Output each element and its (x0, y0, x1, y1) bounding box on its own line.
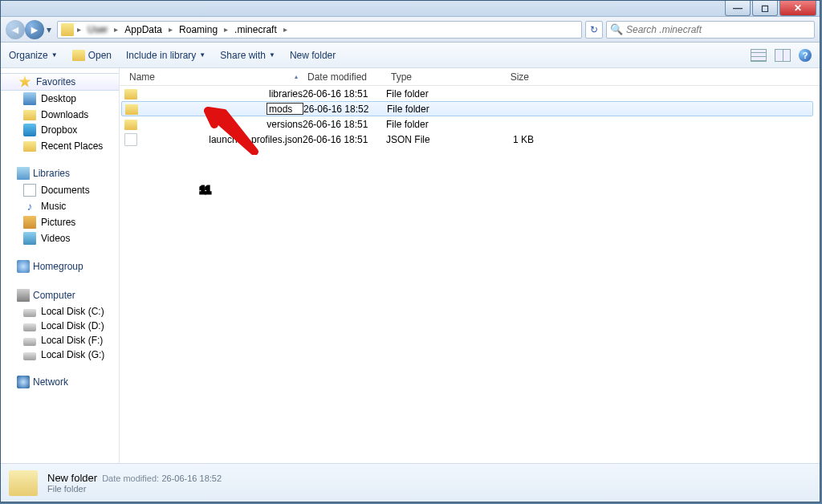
file-row[interactable]: launcher_profiles.json26-06-16 18:51JSON… (120, 132, 820, 147)
sidebar-item-videos[interactable]: Videos (1, 230, 119, 246)
preview-pane-button[interactable] (775, 49, 791, 62)
status-date-label: Date modified: (102, 474, 159, 483)
breadcrumb-roaming[interactable]: Roaming (176, 22, 221, 37)
breadcrumb-minecraft[interactable]: .minecraft (231, 22, 280, 37)
search-icon: 🔍 (610, 23, 623, 35)
sidebar-item-disk-d[interactable]: Local Disk (D:) (1, 319, 119, 333)
sidebar-item-downloads[interactable]: Downloads (1, 107, 119, 122)
status-type: File folder (47, 484, 222, 494)
chevron-right-icon: ▸ (167, 25, 174, 34)
music-icon: ♪ (23, 200, 36, 213)
file-row[interactable]: versions26-06-16 18:51File folder (120, 116, 820, 132)
videos-icon (23, 232, 36, 245)
folder-icon (125, 104, 138, 115)
folder-icon (61, 23, 74, 36)
sidebar-group-network[interactable]: Network (1, 373, 119, 391)
column-size[interactable]: Size (471, 71, 534, 83)
disk-icon (23, 338, 36, 346)
annotation-number: 11 (200, 156, 210, 203)
file-row[interactable]: mods26-06-16 18:52File folder (121, 101, 813, 116)
back-button[interactable]: ◄ (6, 20, 25, 39)
sidebar-item-recent[interactable]: Recent Places (1, 138, 119, 153)
disk-icon (23, 352, 36, 360)
forward-button[interactable]: ► (25, 20, 44, 39)
status-date: 26-06-16 18:52 (161, 474, 222, 483)
document-icon (23, 184, 36, 197)
breadcrumb-user[interactable]: User (84, 22, 111, 37)
search-input[interactable] (626, 24, 811, 35)
sidebar-item-music[interactable]: ♪Music (1, 198, 119, 214)
homegroup-icon (17, 260, 30, 273)
chevron-right-icon: ▸ (112, 25, 120, 34)
explorer-window: — ◻ ✕ ◄ ► ▾ ▸ User ▸ AppData ▸ Roaming ▸… (0, 0, 820, 502)
help-button[interactable]: ? (799, 49, 812, 62)
disk-icon (23, 309, 36, 317)
folder-icon (23, 110, 36, 120)
sidebar-item-disk-f[interactable]: Local Disk (F:) (1, 333, 119, 348)
column-name[interactable]: Name▴ (124, 71, 303, 83)
sidebar-item-documents[interactable]: Documents (1, 182, 119, 198)
file-list-pane: Name▴ Date modified Type Size libraries2… (120, 68, 820, 463)
sort-ascending-icon: ▴ (295, 73, 298, 80)
folder-icon (23, 141, 36, 152)
navigation-pane: Favorites Desktop Downloads Dropbox Rece… (1, 68, 120, 463)
minimize-button[interactable]: — (725, 1, 751, 16)
search-box[interactable]: 🔍 (606, 21, 815, 39)
share-menu[interactable]: Share with▼ (220, 50, 275, 61)
new-folder-button[interactable]: New folder (290, 50, 336, 61)
sidebar-item-disk-c[interactable]: Local Disk (C:) (1, 304, 119, 319)
star-icon (18, 75, 31, 88)
sidebar-group-homegroup[interactable]: Homegroup (1, 258, 119, 275)
column-type[interactable]: Type (386, 71, 471, 83)
details-pane: New folderDate modified: 26-06-16 18:52 … (1, 463, 820, 502)
sidebar-item-pictures[interactable]: Pictures (1, 214, 119, 230)
file-date: 26-06-16 18:51 (303, 119, 386, 130)
file-type: File folder (387, 104, 472, 115)
dropbox-icon (23, 124, 36, 136)
titlebar: — ◻ ✕ (1, 1, 820, 17)
computer-icon (17, 289, 30, 302)
navbar: ◄ ► ▾ ▸ User ▸ AppData ▸ Roaming ▸ .mine… (1, 17, 820, 43)
file-name: libraries (269, 88, 303, 100)
close-button[interactable]: ✕ (779, 1, 816, 16)
address-bar[interactable]: ▸ User ▸ AppData ▸ Roaming ▸ .minecraft … (57, 21, 582, 39)
include-library-menu[interactable]: Include in library▼ (126, 50, 206, 61)
disk-icon (23, 323, 36, 331)
sidebar-group-libraries[interactable]: Libraries (1, 165, 119, 182)
maximize-button[interactable]: ◻ (752, 1, 778, 16)
toolbar: Organize▼ Open Include in library▼ Share… (1, 43, 820, 68)
file-icon (124, 133, 137, 146)
column-headers: Name▴ Date modified Type Size (120, 68, 820, 86)
chevron-right-icon: ▸ (282, 25, 289, 34)
pictures-icon (23, 216, 36, 229)
chevron-right-icon: ▸ (222, 25, 230, 34)
folder-icon (9, 470, 38, 496)
view-options-button[interactable] (751, 49, 767, 62)
file-name: versions (267, 119, 303, 130)
chevron-right-icon: ▸ (75, 25, 83, 34)
file-size: 1 KB (471, 134, 534, 145)
column-date[interactable]: Date modified (303, 71, 386, 83)
open-icon (72, 50, 85, 61)
network-icon (17, 376, 30, 388)
sidebar-item-dropbox[interactable]: Dropbox (1, 122, 119, 138)
refresh-button[interactable]: ↻ (585, 21, 603, 39)
file-date: 26-06-16 18:51 (303, 134, 386, 145)
file-date: 26-06-16 18:52 (303, 104, 387, 115)
rename-input[interactable]: mods (267, 103, 303, 115)
open-button[interactable]: Open (72, 50, 112, 61)
sidebar-group-computer[interactable]: Computer (1, 287, 119, 304)
folder-icon (124, 89, 137, 100)
file-row[interactable]: libraries26-06-16 18:51File folder (120, 86, 820, 101)
sidebar-item-desktop[interactable]: Desktop (1, 91, 119, 107)
organize-menu[interactable]: Organize▼ (9, 50, 58, 61)
breadcrumb-appdata[interactable]: AppData (121, 22, 165, 37)
sidebar-item-disk-g[interactable]: Local Disk (G:) (1, 348, 119, 362)
history-dropdown[interactable]: ▾ (44, 24, 54, 35)
folder-icon (124, 120, 137, 130)
desktop-icon (23, 92, 36, 105)
sidebar-group-favorites[interactable]: Favorites (1, 73, 119, 91)
status-title: New folder (47, 472, 97, 484)
file-type: File folder (386, 88, 471, 100)
file-name: launcher_profiles.json (209, 134, 303, 145)
